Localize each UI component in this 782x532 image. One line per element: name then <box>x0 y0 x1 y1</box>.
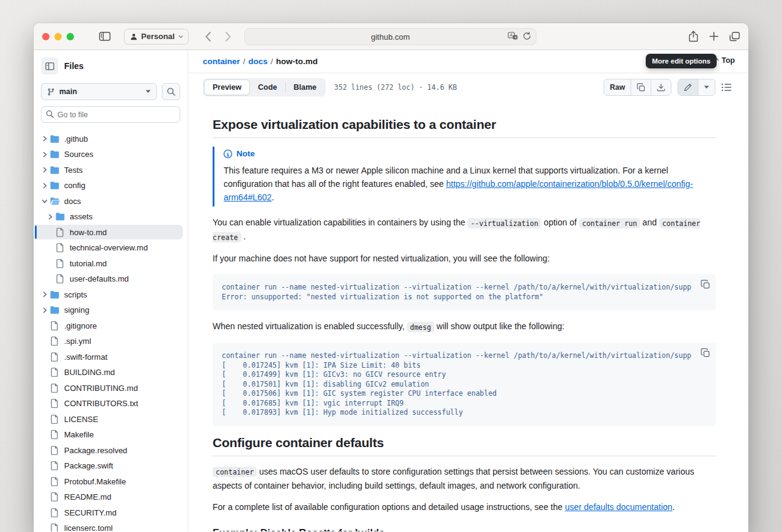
goto-file-input[interactable] <box>41 106 180 123</box>
tree-folder-.github[interactable]: .github <box>35 131 183 146</box>
tree-file-Package.resolved[interactable]: Package.resolved <box>35 443 183 457</box>
more-edit-options-button[interactable] <box>698 79 715 95</box>
edit-file-button[interactable] <box>678 79 698 95</box>
tab-code[interactable]: Code <box>250 79 285 95</box>
tree-file-Protobuf.Makefile[interactable]: Protobuf.Makefile <box>35 474 183 489</box>
tree-file-tutorial.md[interactable]: tutorial.md <box>35 256 183 271</box>
tree-folder-signing[interactable]: signing <box>35 303 183 318</box>
tree-item-label: Tests <box>64 166 82 175</box>
file-view-main: container/docs/how-to.md Top More edit o… <box>188 50 748 531</box>
folder-icon <box>49 291 60 299</box>
tree-file-licenserc.toml[interactable]: licenserc.toml <box>35 521 183 532</box>
edit-pencil-icon <box>684 83 692 92</box>
tree-file-how-to.md[interactable]: how-to.md <box>35 225 183 239</box>
tree-item-label: .spi.yml <box>64 337 91 346</box>
note-label: Note <box>236 149 255 158</box>
tree-file-Package.swift[interactable]: Package.swift <box>35 459 183 473</box>
heading-virtualization: Expose virtualization capabilities to a … <box>213 117 716 138</box>
tree-item-label: Package.resolved <box>64 446 127 455</box>
tree-file-CONTRIBUTORS.txt[interactable]: CONTRIBUTORS.txt <box>35 396 183 411</box>
raw-button[interactable]: Raw <box>604 79 630 95</box>
file-icon <box>49 523 60 531</box>
copy-raw-button[interactable] <box>630 79 651 95</box>
copy-code-button[interactable] <box>701 348 710 357</box>
tree-item-label: licenserc.toml <box>64 523 112 531</box>
new-tab-icon[interactable] <box>709 32 718 41</box>
tree-file-BUILDING.md[interactable]: BUILDING.md <box>35 365 183 380</box>
breadcrumb-repo-link[interactable]: container <box>203 57 240 66</box>
breadcrumb-separator: / <box>243 57 246 66</box>
edit-button-group <box>678 79 715 96</box>
chevron-right-icon[interactable] <box>40 136 49 142</box>
tab-preview[interactable]: Preview <box>204 79 250 95</box>
search-this-repo-button[interactable] <box>162 83 180 100</box>
breadcrumb: container/docs/how-to.md Top More edit o… <box>188 50 748 73</box>
outline-icon <box>722 83 731 92</box>
tree-folder-config[interactable]: config <box>35 178 183 193</box>
file-icon <box>49 337 60 346</box>
chevron-right-icon[interactable] <box>45 214 55 220</box>
inline-link[interactable]: https://github.com/apple/containerizatio… <box>224 179 693 202</box>
tree-folder-scripts[interactable]: scripts <box>35 287 183 302</box>
reload-icon[interactable] <box>523 32 531 40</box>
tree-item-label: Package.swift <box>64 461 113 470</box>
tree-file-user-defaults.md[interactable]: user-defaults.md <box>35 272 183 286</box>
tree-file-SECURITY.md[interactable]: SECURITY.md <box>35 505 183 520</box>
translate-icon[interactable]: A ★ <box>508 32 518 40</box>
tree-file-technical-overview.md[interactable]: technical-overview.md <box>35 241 183 255</box>
back-icon[interactable] <box>205 31 211 42</box>
chevron-right-icon[interactable] <box>40 291 49 297</box>
zoom-window-button[interactable] <box>67 33 74 40</box>
para-dmesg: When nested virtualization is enabled su… <box>213 319 716 333</box>
tab-overview-icon[interactable] <box>729 32 740 42</box>
chevron-right-icon[interactable] <box>40 307 49 313</box>
tree-file-.gitignore[interactable]: .gitignore <box>35 318 183 333</box>
tree-folder-Sources[interactable]: Sources <box>35 147 183 162</box>
file-stats: 352 lines (272 loc) · 14.6 KB <box>334 83 457 92</box>
outline-button[interactable] <box>722 83 731 92</box>
file-icon <box>55 243 65 252</box>
tree-file-LICENSE[interactable]: LICENSE <box>35 412 183 426</box>
tree-item-label: Makefile <box>64 430 93 439</box>
tree-file-.swift-format[interactable]: .swift-format <box>35 349 183 364</box>
address-bar[interactable]: github.com A ★ <box>244 28 536 45</box>
download-icon <box>657 83 665 92</box>
file-icon <box>49 477 60 486</box>
file-icon <box>49 368 60 377</box>
tree-folder-assets[interactable]: assets <box>35 210 183 224</box>
forward-icon[interactable] <box>225 31 232 42</box>
copy-code-button[interactable] <box>701 280 710 289</box>
chevron-right-icon[interactable] <box>40 151 49 158</box>
tab-blame[interactable]: Blame <box>286 79 325 95</box>
tree-file-CONTRIBUTING.md[interactable]: CONTRIBUTING.md <box>35 381 183 395</box>
branch-selector[interactable]: main <box>41 83 157 100</box>
close-window-button[interactable] <box>42 33 49 40</box>
tree-folder-Tests[interactable]: Tests <box>35 162 183 177</box>
download-raw-button[interactable] <box>651 79 671 95</box>
file-icon <box>49 461 60 470</box>
share-icon[interactable] <box>689 31 698 42</box>
collapse-file-tree-icon[interactable] <box>41 57 58 75</box>
tree-file-.spi.yml[interactable]: .spi.yml <box>35 334 183 349</box>
chevron-right-icon[interactable] <box>40 167 49 173</box>
profile-button[interactable]: Personal <box>124 29 189 45</box>
files-panel-title: Files <box>64 61 84 71</box>
minimize-window-button[interactable] <box>54 33 62 40</box>
chevron-down-icon <box>178 35 183 38</box>
copy-icon <box>637 83 645 92</box>
chevron-down-icon[interactable] <box>40 199 49 204</box>
more-edit-options-tooltip: More edit options <box>646 54 717 68</box>
tree-file-Makefile[interactable]: Makefile <box>35 428 183 442</box>
tree-folder-docs[interactable]: docs <box>35 194 183 208</box>
tree-file-README.md[interactable]: README.md <box>35 490 183 505</box>
file-icon <box>49 415 60 424</box>
file-icon <box>49 352 60 362</box>
sidebar-toggle-icon[interactable] <box>96 29 113 44</box>
info-icon <box>224 150 232 158</box>
inline-link[interactable]: user defaults documentation <box>565 502 673 512</box>
file-icon <box>55 228 65 237</box>
breadcrumb-dir-link[interactable]: docs <box>249 57 268 66</box>
file-icon <box>49 399 60 408</box>
tree-item-label: technical-overview.md <box>70 243 148 252</box>
chevron-right-icon[interactable] <box>40 183 49 189</box>
